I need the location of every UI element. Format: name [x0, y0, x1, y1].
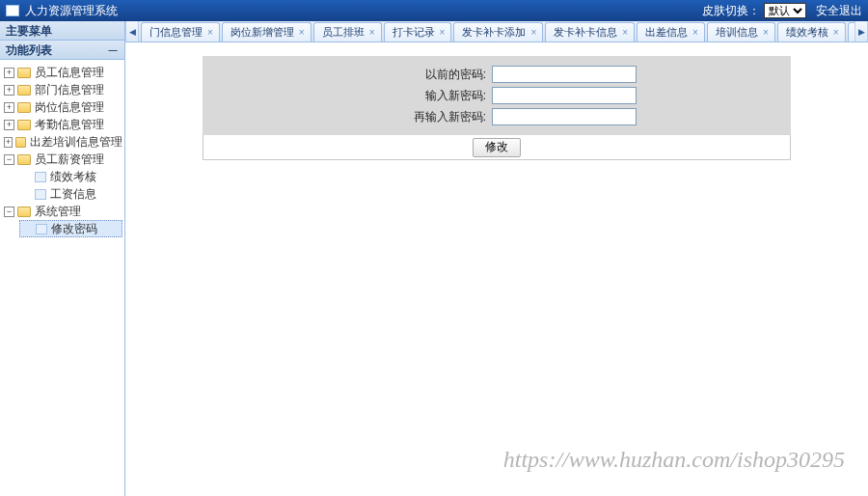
tab[interactable]: 员工排班× [313, 22, 382, 41]
skin-select[interactable]: 默认 [764, 3, 806, 18]
tab-label: 门信息管理 [149, 25, 203, 40]
tree-node[interactable]: +部门信息管理 [2, 81, 122, 98]
spacer [22, 224, 33, 234]
leaf-icon [36, 224, 47, 234]
tab[interactable]: 工资信息× [848, 22, 854, 41]
folder-icon [15, 137, 26, 148]
tree-node[interactable]: −员工薪资管理 [2, 151, 122, 168]
row-old-password: 以前的密码: [203, 64, 791, 85]
tree-node[interactable]: +员工信息管理 [2, 64, 122, 81]
sidebar: 主要菜单 功能列表 — +员工信息管理+部门信息管理+岗位信息管理+考勤信息管理… [0, 21, 125, 496]
folder-icon [17, 207, 31, 217]
tree-leaf-label: 修改密码 [51, 221, 97, 237]
tab[interactable]: 门信息管理× [141, 22, 220, 41]
tab-label: 绩效考核 [786, 25, 828, 40]
folder-icon [17, 85, 31, 96]
form-fields: 以前的密码: 输入新密码: 再输入新密码: [203, 56, 791, 135]
tree-node-label: 系统管理 [35, 204, 81, 220]
folder-icon [17, 68, 31, 78]
tree-node-label: 员工薪资管理 [35, 152, 104, 168]
close-icon[interactable]: × [692, 27, 698, 38]
tree-node-label: 部门信息管理 [35, 82, 104, 98]
tab-label: 出差信息 [645, 25, 688, 40]
collapse-toggle-icon[interactable]: − [4, 207, 14, 217]
sidebar-title: 主要菜单 [6, 21, 52, 41]
tab[interactable]: 发卡补卡添加× [453, 22, 543, 41]
sidebar-header: 主要菜单 [0, 21, 124, 41]
tree-node-label: 出差培训信息管理 [30, 134, 122, 151]
tree-node[interactable]: +岗位信息管理 [2, 98, 122, 116]
tree-leaf[interactable]: 绩效考核 [19, 168, 122, 185]
folder-icon [17, 120, 31, 130]
tab[interactable]: 打卡记录× [384, 22, 452, 41]
tab[interactable]: 培训信息× [707, 22, 775, 41]
old-password-label: 以前的密码: [203, 67, 492, 83]
tab-label: 发卡补卡添加 [462, 25, 526, 40]
tree-node[interactable]: −系统管理 [2, 203, 122, 220]
close-icon[interactable]: × [440, 27, 446, 38]
spacer [21, 172, 32, 182]
sidebar-section-title: 功能列表 [6, 41, 52, 60]
close-icon[interactable]: × [833, 27, 839, 38]
close-icon[interactable]: × [207, 27, 213, 38]
close-icon[interactable]: × [763, 27, 769, 38]
close-icon[interactable]: × [369, 27, 375, 38]
spacer [21, 189, 32, 200]
submit-button[interactable]: 修改 [473, 138, 521, 157]
tab-label: 员工排班 [322, 25, 365, 40]
tabstrip: ◀ 门信息管理×岗位新增管理×员工排班×打卡记录×发卡补卡添加×发卡补卡信息×出… [125, 21, 868, 42]
tree-node[interactable]: +出差培训信息管理 [2, 133, 122, 151]
tab[interactable]: 出差信息× [637, 22, 705, 41]
tab-label: 岗位新增管理 [231, 25, 294, 40]
tab[interactable]: 绩效考核× [777, 22, 846, 41]
tree-leaf-label: 绩效考核 [50, 169, 96, 185]
topbar: 人力资源管理系统 皮肤切换： 默认 安全退出 [0, 0, 868, 21]
leaf-icon [35, 172, 46, 182]
tabs-container: 门信息管理×岗位新增管理×员工排班×打卡记录×发卡补卡添加×发卡补卡信息×出差信… [139, 21, 854, 41]
row-new-password-confirm: 再输入新密码: [203, 106, 791, 127]
tab-scroll-right[interactable]: ▶ [854, 21, 868, 41]
main-area: ◀ 门信息管理×岗位新增管理×员工排班×打卡记录×发卡补卡添加×发卡补卡信息×出… [125, 21, 868, 496]
expand-toggle-icon[interactable]: + [4, 137, 13, 148]
row-new-password: 输入新密码: [203, 85, 791, 106]
tree-leaf[interactable]: 修改密码 [19, 220, 122, 237]
form-actions: 修改 [203, 135, 791, 160]
close-icon[interactable]: × [530, 27, 536, 38]
tree-node-label: 岗位信息管理 [35, 99, 104, 116]
expand-toggle-icon[interactable]: + [4, 85, 14, 96]
expand-toggle-icon[interactable]: + [4, 102, 14, 113]
tree-leaf[interactable]: 工资信息 [19, 185, 122, 203]
new-password2-label: 再输入新密码: [203, 109, 492, 125]
tree-leaf-label: 工资信息 [50, 186, 96, 203]
tab-label: 打卡记录 [393, 25, 435, 40]
old-password-input[interactable] [492, 66, 637, 83]
tab-label: 培训信息 [716, 25, 758, 40]
tab-label: 发卡补卡信息 [554, 25, 617, 40]
close-icon[interactable]: × [299, 27, 305, 38]
skin-label: 皮肤切换： [702, 3, 760, 19]
new-password-input[interactable] [492, 87, 637, 104]
content-area: 以前的密码: 输入新密码: 再输入新密码: 修改 [125, 42, 868, 496]
collapse-toggle-icon[interactable]: − [4, 154, 14, 165]
app-title: 人力资源管理系统 [25, 3, 118, 19]
tree-node-label: 考勤信息管理 [35, 117, 104, 133]
collapse-icon[interactable]: — [107, 44, 119, 56]
leaf-icon [35, 189, 46, 200]
new-password-label: 输入新密码: [203, 88, 492, 104]
folder-icon [17, 154, 31, 165]
expand-toggle-icon[interactable]: + [4, 120, 14, 130]
new-password2-input[interactable] [492, 108, 637, 125]
sidebar-section-header: 功能列表 — [0, 41, 124, 60]
tab[interactable]: 发卡补卡信息× [545, 22, 635, 41]
close-icon[interactable]: × [622, 27, 628, 38]
app-icon [6, 5, 19, 16]
tree-node-label: 员工信息管理 [35, 65, 104, 81]
tree-node[interactable]: +考勤信息管理 [2, 116, 122, 133]
logout-link[interactable]: 安全退出 [816, 3, 862, 19]
folder-icon [17, 102, 31, 113]
tab-scroll-left[interactable]: ◀ [125, 21, 139, 41]
tab[interactable]: 岗位新增管理× [222, 22, 312, 41]
nav-tree: +员工信息管理+部门信息管理+岗位信息管理+考勤信息管理+出差培训信息管理−员工… [0, 60, 124, 241]
expand-toggle-icon[interactable]: + [4, 68, 14, 78]
password-form: 以前的密码: 输入新密码: 再输入新密码: 修改 [203, 56, 791, 160]
